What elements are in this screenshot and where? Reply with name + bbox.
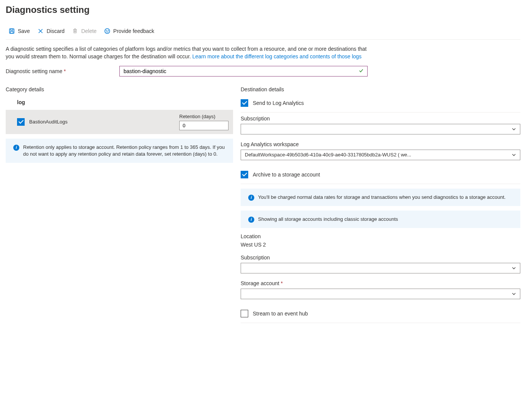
chevron-down-icon xyxy=(512,266,516,270)
discard-button[interactable]: Discard xyxy=(34,27,67,36)
save-icon xyxy=(9,28,15,34)
la-subscription-select[interactable] xyxy=(241,124,520,134)
info-icon: i xyxy=(248,217,254,223)
storage-account-label: Storage account * xyxy=(241,280,520,286)
setting-name-label: Diagnostic setting name * xyxy=(6,68,119,74)
svg-rect-1 xyxy=(11,29,13,30)
storage-info-2: i Showing all storage accounts including… xyxy=(241,211,520,228)
bastion-audit-logs-checkbox[interactable] xyxy=(17,118,25,126)
storage-checkbox[interactable] xyxy=(241,171,248,178)
chevron-down-icon xyxy=(512,292,516,296)
description-text: A diagnostic setting specifies a list of… xyxy=(6,45,369,61)
page-title: Diagnostics setting xyxy=(6,5,520,15)
toolbar: Save Discard Delete Provide feedback xyxy=(6,27,520,40)
chevron-down-icon xyxy=(512,153,516,157)
close-icon xyxy=(38,28,44,34)
setting-name-input[interactable] xyxy=(119,66,368,77)
info-icon: i xyxy=(248,195,254,201)
category-title: Category details xyxy=(6,86,233,92)
svg-rect-2 xyxy=(11,31,13,33)
location-label: Location xyxy=(241,233,520,239)
log-item-row: BastionAuditLogs Retention (days) xyxy=(6,110,233,134)
save-button[interactable]: Save xyxy=(6,27,33,36)
storage-account-select[interactable] xyxy=(241,289,520,299)
svg-point-3 xyxy=(105,29,110,34)
retention-info: i Retention only applies to storage acco… xyxy=(6,139,233,163)
log-heading: log xyxy=(17,99,233,105)
retention-input[interactable] xyxy=(179,121,229,130)
info-icon: i xyxy=(13,145,19,151)
storage-subscription-label: Subscription xyxy=(241,254,520,261)
storage-info-1: i You'll be charged normal data rates fo… xyxy=(241,189,520,206)
chevron-down-icon xyxy=(512,127,516,131)
svg-point-5 xyxy=(108,30,108,31)
delete-button: Delete xyxy=(69,27,99,36)
event-hub-checkbox[interactable] xyxy=(241,310,248,317)
destination-title: Destination details xyxy=(241,86,520,92)
location-value: West US 2 xyxy=(241,242,520,248)
trash-icon xyxy=(72,28,78,34)
la-subscription-label: Subscription xyxy=(241,116,520,122)
storage-label: Archive to a storage account xyxy=(253,172,320,178)
feedback-button[interactable]: Provide feedback xyxy=(101,27,157,36)
smile-icon xyxy=(104,28,110,34)
retention-label: Retention (days) xyxy=(179,114,215,119)
event-hub-label: Stream to an event hub xyxy=(253,311,308,317)
learn-more-link[interactable]: Learn more about the different log categ… xyxy=(193,53,362,59)
check-icon xyxy=(358,68,364,74)
svg-point-4 xyxy=(106,30,106,31)
log-analytics-label: Send to Log Analytics xyxy=(253,100,304,106)
la-workspace-label: Log Analytics workspace xyxy=(241,141,520,147)
la-workspace-select[interactable]: DefaultWorkspace-49b503d6-410a-40c9-ae40… xyxy=(241,150,520,160)
storage-subscription-select[interactable] xyxy=(241,263,520,273)
log-item-name: BastionAuditLogs xyxy=(29,119,67,125)
log-analytics-checkbox[interactable] xyxy=(241,99,248,107)
